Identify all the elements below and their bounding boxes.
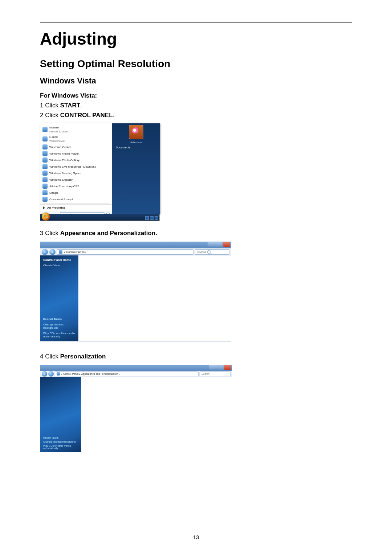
program-label: Adobe Photoshop CS2: [49, 184, 79, 188]
program-label: Internet: [49, 126, 68, 130]
search-field[interactable]: Search: [195, 249, 229, 255]
window-titlebar: [40, 242, 231, 248]
nav-forward-button[interactable]: ›: [49, 249, 56, 255]
recent-tasks-header: Recent Tasks: [43, 317, 75, 321]
sidebar-home-link[interactable]: Control Panel Home: [43, 258, 75, 262]
start-menu-program-list: InternetInternet ExplorerE-mailWindows M…: [40, 123, 112, 214]
recent-task-link[interactable]: Play CDs or other media automatically: [43, 444, 78, 450]
program-icon: [42, 127, 48, 132]
maximize-button[interactable]: [216, 365, 224, 370]
program-label: Windows Live Messenger Download: [49, 165, 96, 169]
recent-task-link[interactable]: Play CDs or other media automatically: [43, 332, 75, 338]
breadcrumb-field[interactable]: ▸ Control Panel ▸: [57, 249, 193, 255]
program-label: E-mail: [49, 135, 65, 139]
program-label: Windows Meeting Space: [49, 171, 81, 175]
search-field[interactable]: Search: [200, 372, 230, 376]
program-icon: [42, 136, 48, 141]
step-3: 3 Click Appearance and Personalization.: [40, 228, 352, 238]
start-menu-popup: InternetInternet ExplorerE-mailWindows M…: [40, 123, 160, 214]
taskbar-tray: [145, 216, 158, 220]
close-button[interactable]: [223, 242, 230, 247]
document-page: Adjusting Setting Optimal Resolution Win…: [0, 0, 392, 554]
step-2: 2 Click CONTROL PANEL.: [40, 110, 352, 120]
start-menu-right-panel: vista-user Documents: [112, 123, 160, 214]
recent-task-link[interactable]: Change desktop background: [43, 323, 75, 329]
control-panel-icon: [57, 372, 60, 376]
program-icon: [42, 190, 48, 195]
personalization-items: [81, 377, 232, 452]
control-panel-icon: [59, 250, 62, 254]
program-label: Welcome Center: [49, 145, 71, 149]
start-menu-right-item[interactable]: Documents: [112, 145, 160, 150]
tray-icon[interactable]: [150, 216, 154, 220]
nav-back-button[interactable]: ‹: [42, 371, 47, 377]
classic-view-link[interactable]: Classic View: [43, 264, 75, 267]
search-placeholder: Search: [201, 373, 209, 375]
program-label: SnagIt: [49, 191, 58, 195]
start-menu-program[interactable]: Welcome Center: [40, 144, 112, 150]
step-3-bold: Appearance and Personalization.: [60, 230, 157, 237]
step-1-suffix: .: [80, 102, 82, 109]
start-menu-program[interactable]: Windows Meeting Space: [40, 170, 112, 176]
control-panel-sidebar: Control Panel Home Classic View Recent T…: [40, 255, 78, 341]
start-menu-program[interactable]: Adobe Photoshop CS2: [40, 183, 112, 189]
address-bar: ‹ › ▸ Control Panel ▸ Appearance and Per…: [40, 371, 232, 377]
start-menu-program[interactable]: SnagIt: [40, 189, 112, 196]
program-label: Command Prompt: [49, 197, 73, 201]
nav-back-button[interactable]: ‹: [42, 249, 48, 255]
step-1-bold: START: [60, 102, 80, 109]
user-avatar-icon[interactable]: [129, 125, 143, 139]
maximize-button[interactable]: [215, 242, 222, 247]
start-menu-separator: [42, 203, 110, 204]
search-placeholder: Search: [197, 250, 206, 254]
nav-forward-button[interactable]: ›: [48, 371, 54, 377]
tray-icon[interactable]: [145, 216, 149, 220]
program-icon: [42, 157, 48, 163]
step-4: 4 Click Personalization: [40, 352, 352, 361]
step-2-suffix: .: [113, 112, 115, 119]
breadcrumb-field[interactable]: ▸ Control Panel ▸ Appearance and Persona…: [55, 372, 199, 376]
program-sublabel: Internet Explorer: [49, 130, 68, 134]
step-4-bold: Personalization: [60, 353, 106, 360]
step-1: 1 Click START.: [40, 100, 352, 110]
search-icon: [207, 250, 211, 254]
user-name-label: vista-user: [112, 141, 160, 144]
minimize-button[interactable]: [209, 365, 216, 370]
program-label: Windows Media Player: [49, 152, 79, 156]
intro-label: For Windows Vista:: [40, 91, 352, 100]
program-icon: [42, 164, 48, 169]
windows-logo-icon: [44, 215, 48, 218]
minimize-button[interactable]: [208, 242, 215, 247]
start-menu-screenshot: InternetInternet ExplorerE-mailWindows M…: [40, 124, 160, 221]
program-icon: [42, 177, 48, 182]
recent-task-link[interactable]: Change desktop background: [43, 440, 78, 443]
step-2-bold: CONTROL PANEL: [60, 112, 113, 119]
start-menu-program[interactable]: Windows Explorer: [40, 176, 112, 183]
start-menu-program[interactable]: Command Prompt: [40, 196, 112, 202]
step-1-prefix: 1 Click: [40, 102, 60, 109]
arrow-right-icon: [43, 206, 45, 209]
window-buttons: [208, 242, 230, 247]
tray-icon[interactable]: [155, 216, 158, 220]
start-menu-program[interactable]: InternetInternet Explorer: [40, 125, 112, 134]
all-programs-button[interactable]: All Programs: [40, 204, 112, 211]
all-programs-label: All Programs: [47, 206, 65, 209]
page-number: 13: [40, 534, 352, 540]
start-menu-program[interactable]: Windows Photo Gallery: [40, 157, 112, 163]
start-menu-program[interactable]: Windows Live Messenger Download: [40, 163, 112, 170]
control-panel-categories: [78, 255, 231, 341]
taskbar: [40, 214, 159, 221]
start-menu-program[interactable]: Windows Media Player: [40, 150, 112, 157]
start-orb-button[interactable]: [42, 213, 50, 221]
personalization-screenshot: ‹ › ▸ Control Panel ▸ Appearance and Per…: [40, 365, 232, 452]
personalization-sidebar: Recent Tasks Change desktop background P…: [40, 377, 81, 452]
start-menu-program[interactable]: E-mailWindows Mail: [40, 134, 112, 144]
close-button[interactable]: [224, 365, 231, 370]
step-4-prefix: 4 Click: [40, 353, 60, 360]
step-2-prefix: 2 Click: [40, 112, 60, 119]
program-icon: [42, 144, 48, 149]
program-icon: [42, 184, 48, 189]
program-icon: [42, 171, 48, 176]
recent-tasks-header: Recent Tasks: [43, 436, 78, 439]
page-title: Adjusting: [40, 29, 352, 49]
